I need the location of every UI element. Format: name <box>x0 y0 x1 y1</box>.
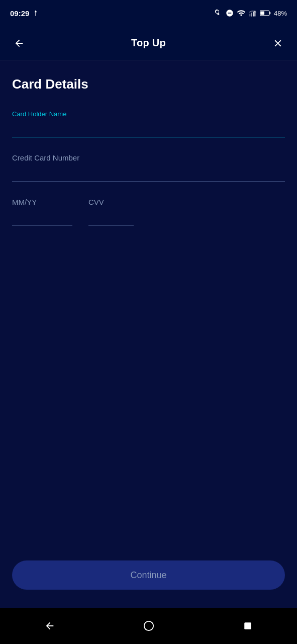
credit-card-group: Credit Card Number <box>12 153 285 182</box>
continue-button[interactable]: Continue <box>12 560 285 590</box>
nav-back-button[interactable] <box>35 611 65 641</box>
svg-rect-6 <box>260 11 264 15</box>
status-time-group: 09:29 <box>10 9 39 18</box>
location-icon <box>32 10 39 17</box>
battery-icon <box>260 10 271 17</box>
time-display: 09:29 <box>10 9 29 18</box>
back-button[interactable] <box>10 34 28 52</box>
card-holder-group: Card Holder Name <box>12 110 285 137</box>
svg-rect-3 <box>254 11 255 16</box>
spacer <box>12 242 285 560</box>
close-icon <box>272 38 283 49</box>
nav-recents-button[interactable] <box>233 611 263 641</box>
wifi-icon <box>237 9 246 18</box>
svg-rect-5 <box>269 12 270 15</box>
svg-rect-8 <box>244 622 251 629</box>
page-title: Top Up <box>131 37 166 49</box>
expiry-input[interactable] <box>12 210 72 226</box>
card-holder-label: Card Holder Name <box>12 110 285 118</box>
back-arrow-icon <box>14 38 25 49</box>
status-icons-group: 48% <box>215 9 287 18</box>
nav-recents-icon <box>243 621 252 630</box>
cvv-group: CVV <box>88 198 134 226</box>
svg-rect-1 <box>251 13 252 16</box>
section-title: Card Details <box>12 76 285 92</box>
signal-icon <box>249 9 257 17</box>
status-bar: 09:29 48% <box>0 0 297 26</box>
expiry-cvv-row: MM/YY CVV <box>12 198 285 242</box>
credit-card-input[interactable] <box>12 166 285 182</box>
svg-rect-0 <box>249 14 250 16</box>
close-button[interactable] <box>269 34 287 52</box>
expiry-label: MM/YY <box>12 198 72 206</box>
battery-percent: 48% <box>274 10 287 17</box>
dnd-icon <box>226 9 234 17</box>
nav-home-icon <box>143 620 154 631</box>
nav-home-button[interactable] <box>134 611 164 641</box>
svg-point-7 <box>144 621 153 630</box>
card-holder-input[interactable] <box>12 122 285 137</box>
nav-bar <box>0 608 297 644</box>
svg-rect-2 <box>253 12 254 16</box>
main-content: Card Details Card Holder Name Credit Car… <box>0 60 297 608</box>
cvv-label: CVV <box>88 198 134 206</box>
key-icon <box>215 9 223 17</box>
expiry-group: MM/YY <box>12 198 72 226</box>
credit-card-label: Credit Card Number <box>12 153 285 162</box>
nav-back-icon <box>44 620 55 631</box>
cvv-input[interactable] <box>88 210 134 226</box>
header: Top Up <box>0 26 297 60</box>
